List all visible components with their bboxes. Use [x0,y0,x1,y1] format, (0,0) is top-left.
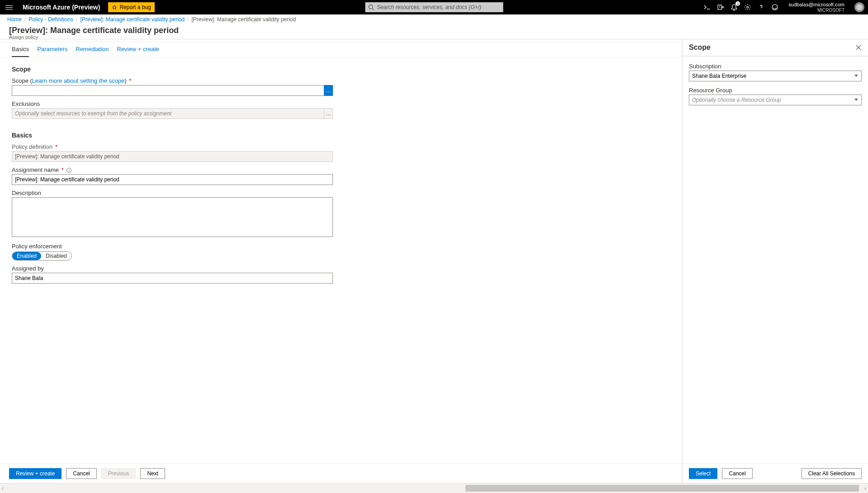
form-footer: Review + create Cancel Previous Next [0,463,682,483]
chevron-right-icon: › [24,17,26,22]
breadcrumb: Home › Policy - Definitions › [Preview]:… [0,14,868,24]
scope-select-button[interactable]: Select [689,468,717,479]
section-scope: Scope [12,66,670,73]
required-icon: * [129,77,131,84]
assigned-by-label: Assigned by [12,265,670,272]
resource-group-label: Resource Group [689,87,862,94]
scope-panel: Scope Subscription Shane Bala Enterprise… [683,39,868,483]
scope-input[interactable] [12,85,324,96]
report-bug-button[interactable]: Report a bug [108,2,154,12]
learn-scope-link[interactable]: Learn more about setting the scope [32,77,125,84]
tab-basics[interactable]: Basics [12,46,29,57]
bug-icon [112,5,117,10]
section-basics: Basics [12,132,670,139]
next-button[interactable]: Next [140,468,165,479]
chevron-right-icon: › [187,17,189,22]
report-bug-label: Report a bug [119,4,151,10]
svg-point-3 [747,6,749,8]
tab-remediation[interactable]: Remediation [76,46,109,57]
crumb-policy[interactable]: Policy - Definitions [28,16,73,23]
svg-point-1 [369,5,373,9]
menu-icon[interactable] [5,3,14,11]
crumb-preview[interactable]: [Preview]: Manage certificate validity p… [80,16,185,23]
notification-badge: 1 [735,1,740,6]
scope-label: Scope (Learn more about setting the scop… [12,77,670,84]
tab-parameters[interactable]: Parameters [37,46,67,57]
tab-review[interactable]: Review + create [117,46,160,57]
clear-selections-button[interactable]: Clear All Selections [802,468,862,479]
required-icon: * [55,143,57,150]
directory-filter-icon[interactable] [717,4,724,11]
previous-button: Previous [101,468,136,479]
exclusions-label: Exclusions [12,100,670,107]
chevron-right-icon: › [76,17,77,22]
toggle-enabled[interactable]: Enabled [12,252,41,260]
policy-enforcement-toggle[interactable]: Enabled Disabled [12,251,72,261]
topbar: Microsoft Azure (Preview) Report a bug 1… [0,0,868,14]
description-label: Description [12,190,670,196]
feedback-icon[interactable] [771,4,778,11]
search-icon [368,4,374,10]
subscription-select[interactable]: Shane Bala Enterprise [689,71,862,81]
exclusions-input[interactable] [12,108,324,119]
horizontal-scrollbar[interactable]: ‹ › [0,483,868,493]
scope-panel-title: Scope [689,43,855,52]
policy-definition-input [12,151,333,162]
scroll-thumb[interactable] [465,485,859,492]
policy-definition-label: Policy definition * [12,143,670,150]
assigned-by-input[interactable] [12,273,333,284]
global-search [365,2,503,12]
help-icon[interactable] [758,4,765,11]
crumb-current: [Preview]: Manage certificate validity p… [192,16,296,23]
account-info[interactable]: sudbalas@microsoft.com Microsoft [788,2,844,12]
tabs: Basics Parameters Remediation Review + c… [0,39,682,57]
scroll-left-icon[interactable]: ‹ [2,485,4,492]
page-title: [Preview]: Manage certificate validity p… [9,26,868,35]
search-input[interactable] [365,2,503,12]
avatar[interactable] [854,2,864,12]
required-icon: * [62,166,64,173]
account-email: sudbalas@microsoft.com [788,2,844,7]
svg-point-0 [113,6,116,9]
toggle-disabled[interactable]: Disabled [41,252,71,260]
cancel-button[interactable]: Cancel [66,468,96,479]
cloud-shell-icon[interactable] [703,4,711,11]
review-create-button[interactable]: Review + create [9,468,62,479]
crumb-home[interactable]: Home [7,16,22,23]
subscription-label: Subscription [689,63,862,70]
scroll-right-icon[interactable]: › [864,485,866,492]
close-icon[interactable] [855,44,862,51]
scope-cancel-button[interactable]: Cancel [722,468,752,479]
exclusions-picker-button[interactable]: … [324,108,333,119]
notifications-icon[interactable]: 1 [730,4,738,11]
description-input[interactable] [12,197,333,237]
assignment-name-label: Assignment name * i [12,166,670,173]
resource-group-select[interactable]: Optionally choose a Resource Group [689,95,862,105]
info-icon[interactable]: i [66,168,71,173]
brand-label: Microsoft Azure (Preview) [23,4,100,11]
scope-picker-button[interactable]: … [324,85,333,96]
assignment-name-input[interactable] [12,174,333,185]
account-org: Microsoft [788,8,844,13]
policy-enforcement-label: Policy enforcement [12,243,670,250]
settings-icon[interactable] [744,4,751,11]
